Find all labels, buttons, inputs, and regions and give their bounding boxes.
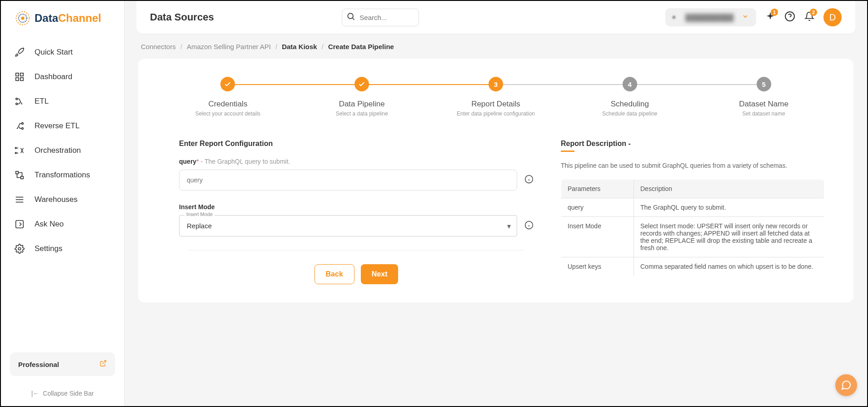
step-title: Credentials [208, 100, 247, 109]
breadcrumb-current: Create Data Pipeline [328, 43, 394, 50]
sidebar-item-reverse-etl[interactable]: Reverse ETL [1, 114, 124, 138]
transformations-icon [15, 170, 25, 180]
nav-label: ETL [35, 97, 49, 106]
logo-text-1: Data [35, 12, 58, 24]
svg-line-21 [353, 18, 354, 20]
step-sub: Select a data pipeline [336, 111, 388, 117]
step-report-details[interactable]: 3 Report Details Enter data pipeline con… [429, 77, 563, 117]
user-avatar[interactable]: D [823, 8, 842, 26]
info-icon[interactable] [524, 175, 534, 186]
step-sub: Enter data pipeline configuration [457, 111, 535, 117]
step-scheduling[interactable]: 4 Scheduling Schedule data pipeline [563, 77, 697, 117]
chevron-down-icon [742, 13, 749, 22]
svg-rect-18 [16, 221, 24, 228]
check-icon [220, 77, 235, 91]
step-data-pipeline[interactable]: Data Pipeline Select a data pipeline [295, 77, 429, 117]
notifications-button[interactable]: 2 [804, 11, 814, 23]
sidebar-item-etl[interactable]: ETL [1, 89, 124, 114]
breadcrumb-kiosk[interactable]: Data Kiosk [282, 43, 317, 50]
svg-point-2 [21, 16, 24, 20]
sparkle-badge: 1 [771, 9, 778, 16]
plan-card[interactable]: Professional [10, 352, 115, 376]
help-button[interactable] [784, 11, 795, 24]
step-credentials[interactable]: Credentials Select your account details [161, 77, 295, 117]
step-title: Scheduling [611, 100, 649, 109]
sidebar: DataChannel Quick Start Dashboard ETL Re… [1, 1, 125, 406]
check-icon [354, 77, 369, 91]
svg-point-20 [348, 13, 354, 19]
nav-label: Warehouses [35, 195, 78, 204]
step-sub: Schedule data pipeline [602, 111, 657, 117]
next-button[interactable]: Next [361, 264, 399, 284]
info-icon[interactable] [524, 221, 534, 231]
main-content: Data Sources ▪ ██████████ 1 [125, 1, 867, 406]
breadcrumb: Connectors / Amazon Selling Partner API … [138, 43, 853, 50]
rocket-icon [15, 47, 25, 57]
sidebar-item-warehouses[interactable]: Warehouses [1, 187, 124, 212]
stepper: Credentials Select your account details … [161, 77, 831, 117]
sidebar-item-quick-start[interactable]: Quick Start [1, 40, 124, 65]
step-dataset-name[interactable]: 5 Dataset Name Set dataset name [697, 77, 831, 117]
svg-point-10 [22, 128, 24, 130]
logo-icon [15, 10, 31, 26]
chat-icon [841, 380, 852, 391]
query-input[interactable] [179, 170, 517, 191]
sidebar-item-ask-neo[interactable]: Ask Neo [1, 212, 124, 236]
insert-mode-select[interactable]: Replace [179, 215, 517, 236]
nav-label: Settings [35, 244, 62, 253]
svg-rect-13 [16, 171, 19, 174]
insert-mode-label: Insert Mode [179, 203, 534, 211]
table-row: queryThe GraphQL query to submit. [561, 198, 824, 217]
sparkle-button[interactable]: 1 [765, 11, 775, 23]
sidebar-item-dashboard[interactable]: Dashboard [1, 65, 124, 89]
svg-rect-3 [16, 73, 19, 76]
warehouses-icon [15, 195, 25, 205]
step-title: Report Details [471, 100, 520, 109]
nav-label: Reverse ETL [35, 121, 80, 131]
workspace-select[interactable]: ▪ ██████████ [665, 8, 756, 26]
sidebar-item-settings[interactable]: Settings [1, 236, 124, 261]
ask-neo-icon [15, 219, 25, 229]
brand-logo[interactable]: DataChannel [1, 10, 124, 40]
wizard-card: Credentials Select your account details … [138, 59, 853, 302]
parameters-table: Parameters Description queryThe GraphQL … [561, 179, 824, 276]
breadcrumb-api[interactable]: Amazon Selling Partner API [187, 43, 271, 50]
step-number: 4 [623, 77, 637, 91]
table-row: Insert ModeSelect Insert mode: UPSERT wi… [561, 217, 824, 257]
breadcrumb-connectors[interactable]: Connectors [141, 43, 176, 50]
svg-rect-14 [21, 176, 24, 179]
notifications-badge: 2 [810, 9, 817, 16]
sidebar-item-transformations[interactable]: Transformations [1, 163, 124, 187]
step-title: Dataset Name [739, 100, 788, 109]
step-sub: Set dataset name [743, 111, 785, 117]
workspace-icon: ▪ [673, 13, 681, 21]
svg-rect-6 [20, 78, 23, 80]
collapse-sidebar[interactable]: |← Collapse Side Bar [10, 390, 115, 397]
title-underline [561, 151, 574, 152]
nav-label: Quick Start [35, 48, 73, 57]
svg-rect-5 [16, 78, 19, 80]
sidebar-item-orchestration[interactable]: Orchestration [1, 138, 124, 163]
etl-icon [15, 96, 25, 106]
svg-point-9 [22, 123, 24, 125]
back-button[interactable]: Back [314, 264, 354, 284]
plan-name: Professional [18, 361, 59, 368]
nav-label: Dashboard [35, 72, 72, 81]
step-number: 3 [489, 77, 503, 91]
dashboard-icon [15, 72, 25, 82]
page-title: Data Sources [150, 11, 214, 23]
step-sub: Select your account details [195, 111, 260, 117]
orchestration-icon [15, 146, 25, 156]
gear-icon [15, 244, 25, 254]
step-number: 5 [757, 77, 771, 91]
sidebar-nav: Quick Start Dashboard ETL Reverse ETL Or… [1, 40, 124, 352]
step-title: Data Pipeline [339, 100, 385, 109]
table-header-param: Parameters [561, 180, 634, 198]
svg-point-19 [18, 247, 21, 250]
workspace-text: ██████████ [685, 14, 736, 21]
collapse-icon: |← [31, 390, 40, 397]
chat-fab[interactable] [835, 374, 857, 396]
topbar: Data Sources ▪ ██████████ 1 [136, 1, 855, 34]
report-description-title: Report Description - [561, 140, 824, 148]
divider [188, 250, 524, 251]
